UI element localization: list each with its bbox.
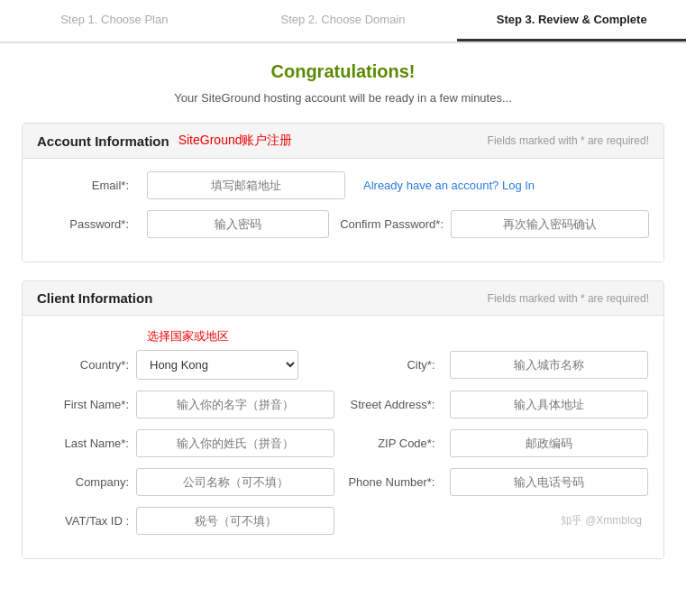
hint-row: 选择国家或地区 bbox=[37, 328, 649, 345]
firstname-label: First Name*: bbox=[37, 398, 136, 411]
city-label: City*: bbox=[343, 358, 443, 372]
vat-col: VAT/Tax ID : bbox=[37, 507, 343, 535]
watermark: 知乎 @Xmmblog bbox=[553, 510, 649, 532]
password-label: Password*: bbox=[37, 217, 136, 231]
phone-input[interactable] bbox=[450, 468, 648, 496]
account-title-group: Account Information SiteGround账户注册 bbox=[37, 133, 293, 149]
city-input[interactable] bbox=[450, 351, 648, 379]
client-section-body: 选择国家或地区 Country*: Hong Kong China United… bbox=[23, 316, 663, 558]
zip-label: ZIP Code*: bbox=[343, 437, 443, 450]
password-row: Password*: Confirm Password*: bbox=[37, 210, 649, 238]
subtitle-text: Your SiteGround hosting account will be … bbox=[22, 91, 664, 105]
email-row: Email*: Already have an account? Log In bbox=[37, 171, 649, 199]
company-input[interactable] bbox=[136, 468, 334, 496]
firstname-input[interactable] bbox=[136, 391, 334, 418]
vat-label: VAT/Tax ID : bbox=[37, 514, 136, 528]
confirm-password-input[interactable] bbox=[451, 210, 649, 238]
country-select[interactable]: Hong Kong China United States United Kin… bbox=[136, 350, 298, 380]
vat-right-spacer: 知乎 @Xmmblog bbox=[343, 510, 650, 532]
account-section-body: Email*: Already have an account? Log In … bbox=[23, 159, 663, 262]
client-required-note: Fields marked with * are required! bbox=[488, 292, 649, 305]
company-label: Company: bbox=[37, 475, 136, 489]
account-section: Account Information SiteGround账户注册 Field… bbox=[22, 123, 664, 262]
country-city-row: Country*: Hong Kong China United States … bbox=[37, 350, 649, 380]
password-input[interactable] bbox=[147, 210, 329, 238]
vat-row: VAT/Tax ID : 知乎 @Xmmblog bbox=[37, 507, 649, 535]
login-link[interactable]: Already have an account? Log In bbox=[363, 179, 535, 192]
country-label: Country*: bbox=[37, 358, 136, 372]
hint-spacer bbox=[37, 328, 147, 345]
step-2[interactable]: Step 2. Choose Domain bbox=[229, 0, 458, 41]
street-input[interactable] bbox=[450, 391, 648, 418]
street-col: Street Address*: bbox=[343, 391, 650, 418]
phone-label: Phone Number*: bbox=[343, 475, 443, 489]
lastname-zip-row: Last Name*: ZIP Code*: bbox=[37, 429, 649, 457]
zip-col: ZIP Code*: bbox=[343, 429, 650, 457]
steps-header: Step 1. Choose Plan Step 2. Choose Domai… bbox=[0, 0, 686, 43]
confirm-label: Confirm Password*: bbox=[340, 217, 444, 231]
account-section-subtitle: SiteGround账户注册 bbox=[178, 133, 293, 149]
lastname-col: Last Name*: bbox=[37, 429, 343, 457]
phone-col: Phone Number*: bbox=[343, 468, 650, 496]
street-label: Street Address*: bbox=[343, 398, 443, 411]
step-3: Step 3. Review & Complete bbox=[457, 0, 686, 41]
company-phone-row: Company: Phone Number*: bbox=[37, 468, 649, 496]
vat-input[interactable] bbox=[136, 507, 334, 535]
client-section-title: Client Information bbox=[37, 290, 152, 306]
zip-input[interactable] bbox=[450, 429, 648, 457]
company-col: Company: bbox=[37, 468, 343, 496]
hint-text: 选择国家或地区 bbox=[147, 328, 229, 345]
confirm-group: Confirm Password*: bbox=[340, 210, 649, 238]
step-1[interactable]: Step 1. Choose Plan bbox=[0, 0, 229, 41]
client-section-header: Client Information Fields marked with * … bbox=[23, 281, 663, 316]
firstname-col: First Name*: bbox=[37, 391, 343, 418]
email-label: Email*: bbox=[37, 179, 136, 192]
main-content: Congratulations! Your SiteGround hosting… bbox=[0, 43, 686, 595]
account-section-header: Account Information SiteGround账户注册 Field… bbox=[23, 124, 663, 159]
client-section: Client Information Fields marked with * … bbox=[22, 280, 664, 559]
lastname-label: Last Name*: bbox=[37, 437, 136, 450]
account-section-title: Account Information bbox=[37, 133, 169, 149]
city-col: City*: bbox=[343, 351, 650, 379]
account-required-note: Fields marked with * are required! bbox=[488, 134, 649, 147]
firstname-street-row: First Name*: Street Address*: bbox=[37, 391, 649, 418]
congratulations-heading: Congratulations! bbox=[22, 61, 664, 82]
country-col: Country*: Hong Kong China United States … bbox=[37, 350, 343, 380]
email-input[interactable] bbox=[147, 171, 345, 199]
lastname-input[interactable] bbox=[136, 429, 334, 457]
